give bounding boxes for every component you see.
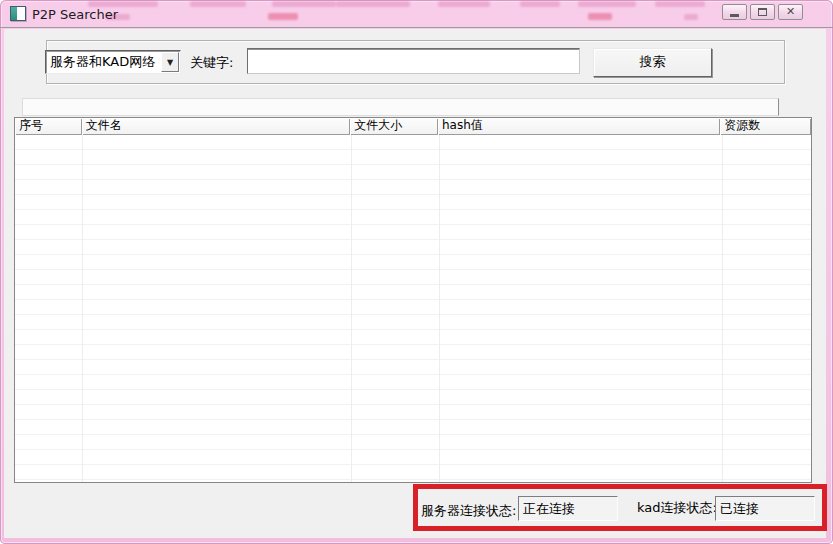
- kad-status-label: kad连接状态:: [637, 499, 717, 517]
- titlebar-artifact: [684, 14, 698, 20]
- close-button[interactable]: ✕: [778, 4, 803, 20]
- window-title: P2P Searcher: [32, 7, 118, 22]
- server-status-label: 服务器连接状态:: [421, 502, 516, 520]
- header-strip: [22, 98, 779, 116]
- titlebar-artifact: [520, 1, 560, 7]
- table-body: [15, 135, 811, 482]
- network-select-value: 服务器和KAD网络: [46, 53, 161, 71]
- server-status-value: 正在连接: [518, 496, 618, 521]
- close-icon: ✕: [786, 5, 795, 19]
- titlebar-artifact: [336, 1, 410, 7]
- column-divider: [439, 135, 440, 482]
- column-divider: [82, 135, 83, 482]
- titlebar-artifact: [438, 1, 490, 7]
- app-window: P2P Searcher ✕ 服务器和KAD网络 ▼ 关键字: 搜索 序号文件名…: [0, 0, 833, 544]
- window-controls: ✕: [722, 4, 803, 20]
- keyword-input[interactable]: [247, 48, 580, 74]
- column-header-4[interactable]: hash值: [438, 118, 720, 135]
- app-icon: [10, 6, 26, 21]
- column-header-1[interactable]: 序号: [15, 118, 82, 135]
- keyword-label: 关键字:: [190, 54, 233, 72]
- table-header: 序号文件名文件大小hash值资源数: [15, 118, 811, 135]
- minimize-button[interactable]: [722, 4, 747, 20]
- column-header-2[interactable]: 文件名: [82, 118, 350, 135]
- titlebar-artifact: [268, 13, 298, 20]
- results-table: 序号文件名文件大小hash值资源数: [14, 117, 812, 483]
- column-header-3[interactable]: 文件大小: [350, 118, 438, 135]
- column-header-5[interactable]: 资源数: [720, 118, 811, 135]
- search-button[interactable]: 搜索: [593, 48, 712, 77]
- minimize-icon: [730, 14, 739, 17]
- titlebar-artifact: [272, 1, 336, 7]
- column-divider: [351, 135, 352, 482]
- chevron-down-icon[interactable]: ▼: [161, 52, 179, 72]
- maximize-button[interactable]: [750, 4, 775, 20]
- client-area: 服务器和KAD网络 ▼ 关键字: 搜索 序号文件名文件大小hash值资源数 服务…: [4, 29, 826, 538]
- network-select-dropdown[interactable]: 服务器和KAD网络 ▼: [45, 50, 181, 74]
- titlebar-artifact: [655, 1, 705, 7]
- column-divider: [722, 135, 723, 482]
- title-bar: P2P Searcher ✕: [0, 0, 833, 28]
- titlebar-artifact: [190, 1, 246, 7]
- titlebar-artifact: [588, 13, 612, 20]
- kad-status-value: 已连接: [715, 496, 815, 521]
- maximize-icon: [758, 8, 767, 16]
- titlebar-artifact: [578, 1, 636, 7]
